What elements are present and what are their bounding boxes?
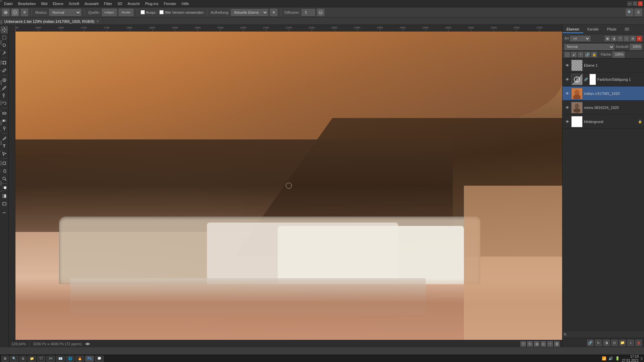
extra-tools[interactable]: ••• xyxy=(1,209,8,217)
lock-position-icon[interactable]: + xyxy=(578,52,583,57)
auspr-check-input[interactable] xyxy=(141,10,145,14)
brush-picker[interactable] xyxy=(11,9,19,16)
close-button[interactable]: ✕ xyxy=(638,1,643,6)
layer-visibility-hintergrund[interactable]: 👁 xyxy=(565,119,570,124)
alte-version-input[interactable] xyxy=(159,10,164,14)
menu-3d[interactable]: 3D xyxy=(115,1,125,6)
layer-mask-icon[interactable]: ◑ xyxy=(534,341,539,347)
taskbar-firefox[interactable]: 🔥 xyxy=(75,356,84,362)
minimize-button[interactable]: — xyxy=(627,1,632,6)
start-button[interactable]: ⊞ xyxy=(1,356,9,362)
tab-kanaele[interactable]: Kanäle xyxy=(583,26,603,33)
menu-plugins[interactable]: Plug-ins xyxy=(142,1,161,6)
link-layers-button[interactable]: 🔗 xyxy=(587,340,594,346)
muster-button[interactable]: Muster xyxy=(119,9,133,16)
lock-transparent-icon[interactable]: ⬚ xyxy=(565,52,570,57)
svg-rect-16 xyxy=(4,186,6,189)
aufhellung-select[interactable]: Aktuelle Ebene Alle Ebenen xyxy=(231,9,268,16)
fill-input[interactable] xyxy=(612,52,625,58)
menu-bearbeiten[interactable]: Bearbeiten xyxy=(15,1,39,6)
layer-name-indian: indian-1417065_1920 xyxy=(584,92,642,96)
layer-visibility-farbton[interactable]: 👁 xyxy=(565,77,570,82)
tray-network[interactable]: 📶 xyxy=(602,356,606,361)
layer-item-hintergrund[interactable]: 👁 Hintergrund 🔒 xyxy=(562,115,644,129)
search-icon[interactable]: 🔍 xyxy=(626,9,633,16)
filter-pixel-icon[interactable]: ▣ xyxy=(605,36,610,41)
delete-layer-status[interactable]: 🗑 xyxy=(554,341,559,347)
menu-schrift[interactable]: Schrift xyxy=(66,1,82,6)
timeline-icon[interactable]: ⏱ xyxy=(521,341,526,347)
taskview-button[interactable]: ⧉ xyxy=(19,356,26,362)
lock-artboards-icon[interactable]: 🔗 xyxy=(585,52,590,57)
status-arrow[interactable]: ◀▶ xyxy=(85,342,90,346)
filter-toggle[interactable]: ● xyxy=(637,36,642,41)
show-desktop[interactable]: ▯ xyxy=(641,356,643,361)
quick-mask-mode[interactable] xyxy=(1,192,8,200)
filter-type-icon[interactable]: T xyxy=(618,36,623,41)
clone-stamp-tool[interactable] xyxy=(1,92,8,99)
tab-pfade[interactable]: Pfade xyxy=(603,26,621,33)
taskbar-app2[interactable]: 🛡 xyxy=(37,356,45,362)
layer-visibility-mens[interactable]: 👁 xyxy=(565,105,570,110)
menu-bild[interactable]: Bild xyxy=(39,1,50,6)
tray-battery[interactable]: 🔋 xyxy=(615,356,620,361)
diffusion-icon[interactable] xyxy=(317,9,324,16)
filter-smart-icon[interactable]: ⊞ xyxy=(630,36,636,41)
new-layer-button[interactable]: + xyxy=(627,340,634,346)
taskbar-app3[interactable]: 🎮 xyxy=(46,356,55,362)
document-tab[interactable]: Unbenannt-1 bei 129% (indian-1417065_192… xyxy=(1,18,103,24)
layer-item-farbton[interactable]: 👁 🔗 Farb/ton/Sättigung 1 xyxy=(562,72,644,86)
filter-shape-icon[interactable]: ☆ xyxy=(624,36,629,41)
fx-icon[interactable]: fx xyxy=(527,341,533,347)
taskbar-app8[interactable]: 💬 xyxy=(95,356,104,362)
lock-all-icon[interactable]: 🔒 xyxy=(591,52,597,57)
menu-auswahl[interactable]: Auswahl xyxy=(82,1,101,6)
blend-mode-select[interactable]: Normal Multiplizieren Überlagern Abdunke… xyxy=(565,44,614,50)
tool-preset-picker[interactable] xyxy=(2,9,9,16)
layers-search-bar: Art Art Name Effekt ▣ ◑ T ☆ ⊞ ● xyxy=(562,34,644,43)
mode-select[interactable]: Normal Multiplizieren Überlagern xyxy=(49,9,81,16)
taskbar-explorer[interactable]: 📁 xyxy=(28,356,36,362)
workspace-icon[interactable]: ☰ xyxy=(635,9,642,16)
alte-version-checkbox[interactable]: Alte Version verwenden xyxy=(159,10,204,14)
screen-mode[interactable] xyxy=(1,200,8,207)
delete-layer-button[interactable]: 🗑 xyxy=(635,340,642,346)
adjustment-icon[interactable]: ◎ xyxy=(541,341,546,347)
layer-visibility-ebene1[interactable]: 👁 xyxy=(565,63,570,68)
menu-datei[interactable]: Datei xyxy=(1,1,15,6)
aufgen-button[interactable]: Aufgen. xyxy=(102,9,117,16)
sample-all-icon[interactable]: ⊕ xyxy=(270,9,277,16)
tray-volume[interactable]: 🔊 xyxy=(608,356,613,361)
diffusion-input[interactable] xyxy=(302,9,315,16)
taskbar-browser[interactable]: 🌐 xyxy=(66,356,74,362)
new-group-button[interactable]: 📁 xyxy=(619,340,626,346)
menu-fenster[interactable]: Fenster xyxy=(161,1,179,6)
move-tool[interactable] xyxy=(1,26,8,34)
new-adjustment-button[interactable]: ◎ xyxy=(611,340,618,346)
menu-filter[interactable]: Filter xyxy=(101,1,115,6)
search-button[interactable]: 🔍 xyxy=(10,356,18,362)
layer-visibility-indian[interactable]: 👁 xyxy=(565,91,570,96)
menu-ebene[interactable]: Ebene xyxy=(50,1,66,6)
filter-adjustment-icon[interactable]: ◑ xyxy=(611,36,616,41)
canvas-container[interactable] xyxy=(15,32,562,340)
brush-settings[interactable]: ⚙ xyxy=(21,9,28,16)
opacity-input[interactable] xyxy=(630,44,642,50)
maximize-button[interactable]: ☐ xyxy=(633,1,637,6)
menu-ansicht[interactable]: Ansicht xyxy=(125,1,142,6)
add-mask-button[interactable]: ◑ xyxy=(603,340,610,346)
tab-3d[interactable]: 3D xyxy=(621,26,633,33)
lock-pixels-icon[interactable]: 🖌 xyxy=(571,52,577,57)
menu-hilfe[interactable]: Hilfe xyxy=(179,1,192,6)
tab-ebenen[interactable]: Ebenen xyxy=(562,26,583,33)
taskbar-app4[interactable]: 📧 xyxy=(56,356,65,362)
new-layer-status[interactable]: + xyxy=(547,341,553,347)
auspr-checkbox[interactable]: Auspr.: xyxy=(141,10,157,14)
layer-item-mens[interactable]: 👁 mens-3816224_1920 xyxy=(562,101,644,115)
layer-filter-select[interactable]: Art Name Effekt xyxy=(570,36,590,41)
layer-item-indian[interactable]: 👁 indian-1417065_1920 xyxy=(562,86,644,101)
layer-item-ebene1[interactable]: 👁 Ebene 1 xyxy=(562,58,644,72)
layer-style-button[interactable]: fx xyxy=(595,340,602,346)
taskbar-photoshop[interactable]: Ps xyxy=(85,356,94,362)
tab-close-button[interactable]: ✕ xyxy=(96,19,99,23)
